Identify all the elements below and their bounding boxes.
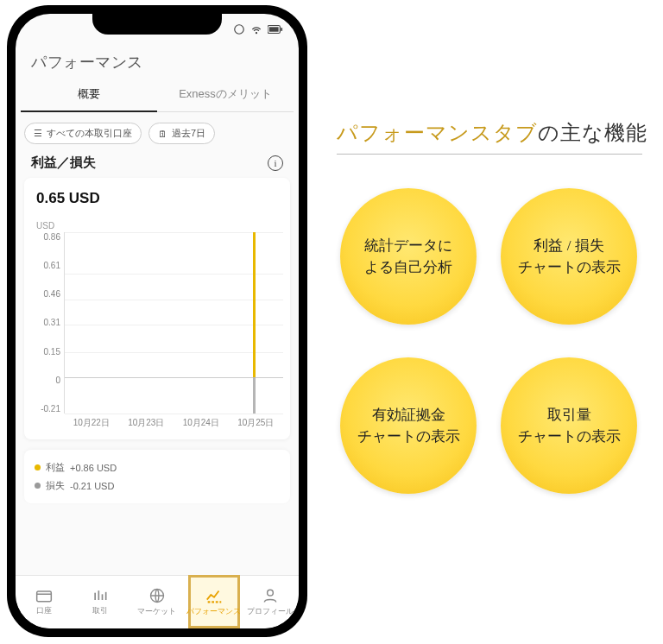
y-tick: 0.86 — [44, 232, 60, 242]
phone-frame: パフォーマンス 概要 Exnessのメリット ☰ すべての本取引口座 🗓 過去7… — [7, 5, 307, 637]
headline-rest: の主な機能 — [538, 122, 647, 144]
headline: パフォーマンスタブの主な機能 — [337, 119, 647, 147]
nav-label: マーケット — [137, 607, 176, 617]
svg-rect-9 — [105, 592, 107, 600]
tab-overview[interactable]: 概要 — [21, 78, 157, 112]
legend-loss-label: 損失 — [46, 479, 65, 492]
nav-label: プロフィール — [247, 607, 294, 617]
person-icon — [262, 587, 279, 604]
calendar-icon: 🗓 — [158, 129, 167, 139]
dot-loss-icon — [35, 483, 41, 489]
battery-icon — [268, 24, 283, 35]
x-tick: 10月25日 — [229, 417, 284, 429]
dot-profit-icon — [35, 464, 41, 470]
svg-rect-4 — [281, 28, 282, 31]
filter-row: ☰ すべての本取引口座 🗓 過去7日 — [16, 112, 299, 155]
y-tick: 0.15 — [44, 347, 60, 357]
y-tick: -0.21 — [41, 404, 60, 414]
legend-profit-label: 利益 — [46, 461, 65, 474]
y-tick: 0.46 — [44, 289, 60, 299]
y-tick: 0.61 — [44, 261, 60, 270]
legend-loss-value: -0.21 USD — [70, 481, 114, 491]
globe-icon — [148, 587, 166, 604]
phone-screen: パフォーマンス 概要 Exnessのメリット ☰ すべての本取引口座 🗓 過去7… — [16, 14, 299, 628]
profit-loss-value: 0.65 USD — [31, 190, 283, 207]
filter-range[interactable]: 🗓 過去7日 — [148, 123, 215, 144]
info-icon[interactable]: i — [268, 155, 283, 171]
filter-icon: ☰ — [34, 128, 42, 139]
nav-performance[interactable]: パフォーマンス — [186, 576, 243, 628]
svg-rect-8 — [102, 594, 104, 600]
feature-label: 統計データに よる自己分析 — [364, 235, 452, 279]
x-tick: 10月24日 — [174, 417, 229, 429]
x-tick: 10月22日 — [64, 417, 119, 429]
bar-profit — [253, 232, 256, 377]
headline-underline — [337, 154, 642, 155]
nav-accounts[interactable]: 口座 — [16, 576, 73, 628]
chart-up-icon — [205, 587, 224, 604]
x-tick: 10月23日 — [119, 417, 174, 429]
filter-range-label: 過去7日 — [172, 127, 205, 140]
svg-rect-5 — [36, 591, 51, 602]
feature-circle-volume: 取引量 チャートの表示 — [501, 357, 637, 494]
y-tick: 0.31 — [44, 318, 60, 327]
bar-loss — [253, 377, 256, 414]
nav-profile[interactable]: プロフィール — [242, 576, 299, 628]
feature-label: 取引量 チャートの表示 — [518, 404, 621, 448]
chart: 0.86 0.61 0.46 0.31 0.15 0 -0.21 — [31, 232, 283, 414]
wallet-icon — [35, 588, 53, 603]
profit-loss-card: 0.65 USD USD 0.86 0.61 0.46 0.31 0.15 0 … — [24, 178, 290, 439]
legend-card: 利益 +0.86 USD 損失 -0.21 USD — [24, 450, 290, 503]
feature-label: 利益 / 損失 チャートの表示 — [518, 235, 621, 279]
wifi-icon — [250, 23, 262, 35]
chat-icon — [233, 23, 245, 35]
tabs: 概要 Exnessのメリット — [16, 78, 299, 112]
feature-circle-stats: 統計データに よる自己分析 — [340, 188, 477, 325]
nav-market[interactable]: マーケット — [129, 576, 186, 628]
x-axis-labels: 10月22日 10月23日 10月24日 10月25日 — [31, 417, 283, 429]
chart-unit: USD — [31, 221, 283, 230]
section-header: 利益／損失 i — [16, 155, 299, 178]
phone-notch — [92, 14, 222, 35]
y-tick: 0 — [55, 376, 60, 385]
tab-merits[interactable]: Exnessのメリット — [157, 78, 294, 112]
candlestick-icon — [92, 588, 109, 603]
nav-trade[interactable]: 取引 — [73, 576, 129, 628]
headline-accent: パフォーマンスタブ — [337, 122, 538, 144]
filter-accounts[interactable]: ☰ すべての本取引口座 — [24, 123, 142, 144]
feature-circle-equity: 有効証拠金 チャートの表示 — [340, 357, 477, 494]
nav-label: 口座 — [36, 606, 52, 616]
y-axis-labels: 0.86 0.61 0.46 0.31 0.15 0 -0.21 — [31, 232, 64, 414]
nav-label: パフォーマンス — [186, 607, 241, 617]
nav-label: 取引 — [92, 606, 108, 616]
filter-accounts-label: すべての本取引口座 — [47, 127, 132, 140]
legend-profit: 利益 +0.86 USD — [35, 458, 280, 477]
feature-label: 有効証拠金 チャートの表示 — [357, 404, 460, 448]
svg-rect-7 — [98, 590, 100, 600]
bottom-nav: 口座 取引 マーケット パフォーマンス プロフィール — [16, 575, 299, 628]
svg-rect-6 — [95, 593, 97, 600]
svg-rect-3 — [269, 27, 279, 31]
svg-point-11 — [268, 590, 274, 596]
page-title: パフォーマンス — [16, 40, 299, 78]
svg-point-1 — [256, 33, 256, 34]
legend-profit-value: +0.86 USD — [70, 463, 117, 473]
legend-loss: 損失 -0.21 USD — [35, 477, 280, 495]
profit-loss-title: 利益／損失 — [31, 155, 96, 171]
plot-area — [64, 232, 283, 414]
feature-circle-profitloss: 利益 / 損失 チャートの表示 — [501, 188, 637, 325]
